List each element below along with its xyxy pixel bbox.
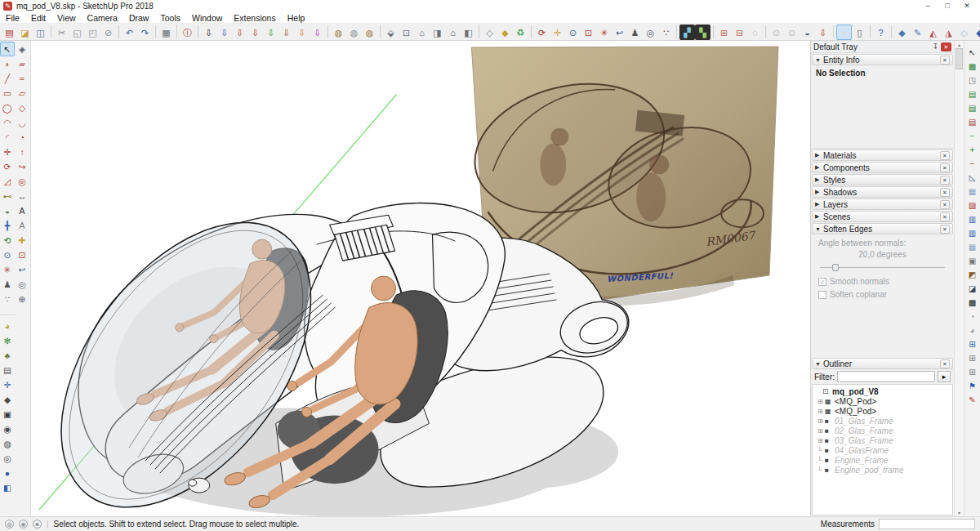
freehand-icon[interactable]: ≈ (15, 71, 29, 86)
selection-arrow-icon[interactable]: ↖ (965, 46, 979, 60)
pan-icon[interactable]: ✛ (550, 25, 565, 40)
three-point-arc-icon[interactable]: ◜ (0, 130, 15, 145)
checker-icon[interactable]: ▩ (965, 296, 979, 310)
panel-close-icon[interactable]: ✕ (940, 151, 950, 160)
minimize-button[interactable]: – (918, 0, 938, 12)
list-remove-icon[interactable]: ▤ (965, 115, 979, 129)
3d-text-icon[interactable]: A (15, 218, 29, 233)
tree-item-03-glas-frame[interactable]: ⊞ ■ 03_Glas_Frame (813, 435, 952, 445)
dash-remove-icon[interactable]: − (965, 157, 979, 171)
position-camera-tool-icon[interactable]: ♟ (0, 277, 15, 292)
tree-expander-icon[interactable]: └ (817, 457, 825, 464)
panel-outliner[interactable]: ▼ Outliner ✕ (812, 358, 953, 369)
panel-close-icon[interactable]: ✕ (940, 359, 950, 368)
solid-split-icon[interactable]: ◇ (956, 25, 972, 40)
angle-slider-thumb[interactable] (832, 264, 839, 271)
style-thumb-2-icon[interactable]: ▚ (695, 25, 710, 40)
scale-icon[interactable]: ◿ (0, 174, 15, 189)
select-icon[interactable]: ↖ (0, 42, 15, 56)
print-icon[interactable]: ▦ (158, 25, 174, 40)
eraser-icon[interactable]: ▰ (15, 56, 29, 71)
rotated-rectangle-icon[interactable]: ▱ (15, 86, 29, 100)
panel-scenes[interactable]: ▶ Scenes ✕ (812, 211, 953, 222)
shadow-shield-icon[interactable]: ◇ (482, 25, 497, 40)
follow-me-icon[interactable]: ↪ (15, 159, 29, 174)
walk-tool-icon[interactable]: ∵ (0, 292, 15, 306)
export-fbx-icon[interactable]: ⇩ (263, 25, 278, 40)
tree-root-mq-pod-v8[interactable]: ⊡ mq_pod_V8 (813, 386, 952, 396)
panel-close-icon[interactable]: ✕ (940, 225, 950, 234)
copy-icon[interactable]: ◱ (69, 25, 85, 40)
zoom-extents-tool-icon[interactable]: ✳ (0, 262, 15, 277)
panel-styles[interactable]: ▶ Styles ✕ (812, 174, 953, 185)
pin-icon[interactable]: ↧ (930, 42, 941, 51)
zoom-icon[interactable]: ⊙ (565, 25, 581, 40)
axes-star-icon[interactable]: ✛ (0, 377, 15, 392)
panel-close-icon[interactable]: ✕ (940, 212, 950, 221)
corner-box-icon[interactable]: ◳ (965, 74, 979, 87)
blue-table-icon[interactable]: ▥ (965, 212, 979, 226)
section-plane-tool-icon[interactable]: ⊕ (15, 292, 29, 306)
view-left-icon[interactable]: ◧ (461, 25, 476, 40)
panel-layers[interactable]: ▶ Layers ✕ (812, 199, 953, 210)
dash-green-icon[interactable]: − (965, 129, 979, 143)
panel-soften-edges[interactable]: ▼ Soften Edges ✕ (812, 223, 953, 234)
export-obj-icon[interactable]: ⇩ (278, 25, 294, 40)
shadows-later-icon[interactable]: ⊙ (784, 25, 800, 40)
model-info-icon[interactable]: ⓘ (180, 25, 195, 40)
panel-close-icon[interactable]: ✕ (940, 163, 950, 172)
solid-intersect-icon[interactable]: ◮ (941, 25, 956, 40)
tree-expander-icon[interactable]: ⊞ (817, 427, 825, 435)
tree-item-mq-pod-2[interactable]: ⊞ ▦ <MQ_Pod> (813, 406, 952, 416)
list-green-icon[interactable]: ▤ (965, 87, 979, 101)
brown-box-icon[interactable]: ◩ (965, 268, 979, 282)
padlock-icon[interactable]: ◆ (497, 25, 513, 40)
view-top-icon[interactable]: ⊡ (399, 25, 414, 40)
tree-item-engine-frame[interactable]: └ ■ Engine_Frame (813, 455, 952, 465)
flag-blue-icon[interactable]: ⚑ (965, 379, 979, 393)
close-button[interactable]: ✕ (957, 0, 977, 12)
style-thumb-1-icon[interactable]: ▞ (679, 25, 695, 40)
red-pencil-icon[interactable]: ✎ (965, 393, 979, 407)
pie-icon[interactable]: ◔ (15, 130, 29, 145)
tape-measure-icon[interactable]: ⊷ (0, 189, 15, 203)
camera-box-1-icon[interactable]: ◉ (0, 422, 15, 436)
measurements-input[interactable] (879, 519, 975, 529)
open-icon[interactable]: ◪ (17, 25, 33, 40)
menu-draw[interactable]: Draw (123, 12, 155, 24)
solid-subtract-icon[interactable]: ✎ (910, 25, 925, 40)
extension-globe-icon[interactable]: ◍ (346, 25, 362, 40)
scrollbar-thumb[interactable] (956, 48, 963, 69)
dash-add-icon[interactable]: + (965, 143, 979, 157)
scroll-down-icon[interactable]: ▾ (958, 510, 960, 515)
scroll-up-icon[interactable]: ▴ (958, 42, 960, 47)
grid-2-icon[interactable]: ⊞ (965, 365, 979, 379)
solid-union-icon[interactable]: ◆ (894, 25, 910, 40)
solid-shell-icon[interactable]: ◆ (972, 25, 980, 40)
orbit-icon[interactable]: ⟳ (534, 25, 550, 40)
menu-camera[interactable]: Camera (82, 12, 123, 24)
zoom-tool-icon[interactable]: ⊙ (0, 248, 15, 262)
list-add-icon[interactable]: ▤ (965, 101, 979, 115)
tray-scrollbar[interactable]: ▴ ▾ (954, 41, 964, 516)
menu-file[interactable]: File (0, 12, 25, 24)
import-model-icon[interactable]: ⇩ (815, 25, 831, 40)
section-cut-icon[interactable]: ⊟ (732, 25, 747, 40)
geolocation-icon[interactable]: ◍ (5, 520, 14, 529)
menu-help[interactable]: Help (282, 12, 311, 24)
share-globe-icon[interactable]: ◍ (362, 25, 377, 40)
credits-icon[interactable]: ◉ (19, 520, 28, 529)
layer-green-icon[interactable]: ▩ (965, 60, 979, 74)
zoom-window-icon[interactable]: ⊡ (581, 25, 596, 40)
new-file-icon[interactable]: ▤ (2, 25, 17, 40)
look-around-icon[interactable]: ◎ (643, 25, 658, 40)
solid-trim-icon[interactable]: ◭ (925, 25, 941, 40)
rectangle-icon[interactable]: ▭ (0, 86, 15, 100)
polygon-icon[interactable]: ◇ (15, 100, 29, 115)
view-right-icon[interactable]: ◨ (430, 25, 445, 40)
look-around-tool-icon[interactable]: ◎ (15, 277, 29, 292)
panel-close-icon[interactable]: ✕ (940, 188, 950, 197)
move-icon[interactable]: ✛ (0, 145, 15, 159)
angle-slider[interactable] (820, 263, 945, 273)
arc-icon[interactable]: ◠ (0, 115, 15, 130)
